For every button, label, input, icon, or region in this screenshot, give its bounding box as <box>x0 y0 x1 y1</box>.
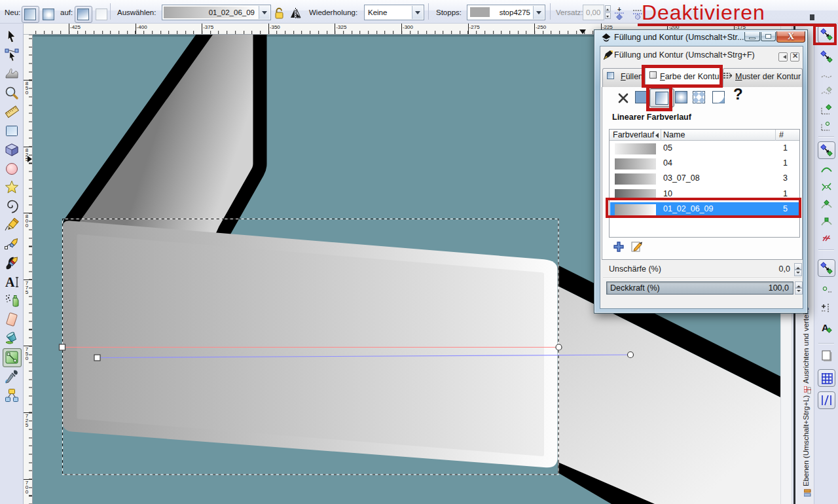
svg-text:+: + <box>617 7 621 13</box>
svg-text:A: A <box>5 275 15 289</box>
